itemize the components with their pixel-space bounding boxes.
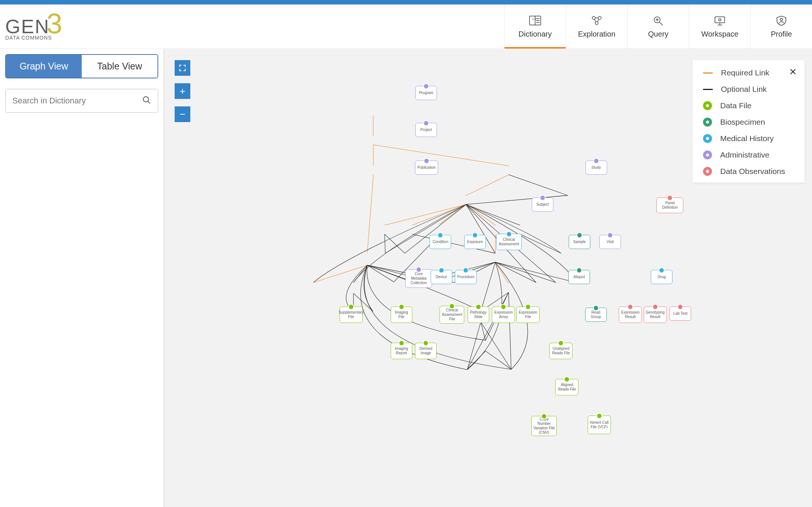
node-expr_result[interactable]: Expression Result (619, 307, 642, 323)
node-supp_file[interactable]: Supplementary File (340, 307, 363, 323)
node-read_group[interactable]: Read Group (585, 308, 607, 322)
node-label: Program (419, 91, 433, 95)
edge-aliquot-expr_result (495, 262, 536, 283)
graph-canvas[interactable]: + − Required Link Optional Link Data Fil… (164, 49, 812, 507)
category-icon (463, 267, 469, 273)
node-label: Drug (658, 275, 666, 279)
edge-sample-aliquot (495, 234, 496, 253)
dictionary-icon: A–Z (528, 15, 542, 26)
data_observations-icon (703, 167, 712, 176)
nav-query[interactable]: Query (627, 4, 689, 49)
node-condition[interactable]: Condition (430, 235, 451, 249)
category-icon (541, 413, 547, 419)
category-icon (423, 340, 429, 346)
svg-point-8 (595, 22, 598, 25)
node-visit[interactable]: Visit (599, 235, 621, 249)
node-program[interactable]: Program (415, 86, 437, 100)
edge-aligned-cnv (467, 351, 485, 370)
node-device[interactable]: Device (431, 270, 452, 284)
node-procedure[interactable]: Procedure (455, 270, 477, 284)
node-imaging_report[interactable]: Imaging Report (391, 343, 412, 359)
edge-visit-drug (520, 234, 561, 253)
fullscreen-button[interactable] (175, 60, 190, 76)
category-icon (449, 303, 455, 309)
logo[interactable]: GEN 3 DATA COMMONS (5, 12, 62, 41)
node-expr_array[interactable]: Expression Array (492, 307, 515, 323)
zoom-controls: + − (175, 60, 190, 122)
legend-label: Administrative (720, 150, 769, 159)
node-exposure[interactable]: Exposure (464, 235, 486, 249)
logo-text: GEN (5, 15, 50, 38)
edge-publication-core_meta (367, 175, 374, 253)
edge-aligned-vcf (485, 351, 511, 369)
legend-medical_history: Medical History (703, 134, 794, 143)
nav-exploration[interactable]: Exploration (566, 4, 627, 49)
node-derived_image[interactable]: Derived Image (415, 343, 437, 359)
node-geno_result[interactable]: Genotyping Result (644, 307, 667, 323)
nav-dictionary[interactable]: A–ZDictionary (504, 4, 566, 49)
top-accent-bar (0, 0, 812, 4)
node-path_slide[interactable]: Pathology Slide (468, 307, 489, 323)
node-label: Read Group (587, 310, 605, 319)
nav-profile[interactable]: Profile (750, 4, 812, 49)
edge-project-publication (373, 145, 374, 166)
close-icon[interactable] (789, 68, 797, 77)
node-sample[interactable]: Sample (569, 235, 590, 249)
node-clin_assess_file[interactable]: Clinical Assessment File (440, 306, 464, 324)
node-publication[interactable]: Publication (415, 161, 438, 175)
node-panel_def[interactable]: Panel Definition (656, 197, 683, 213)
node-label: Aliquot (574, 275, 585, 279)
search-box[interactable] (5, 89, 158, 113)
legend-data_file: Data File (703, 101, 794, 110)
node-label: Derived Image (417, 346, 435, 355)
edge-core_meta-clin_assess_file (367, 265, 394, 282)
node-lab_test[interactable]: Lab Test (669, 307, 691, 321)
node-core_meta[interactable]: Core Metadata Collection (405, 269, 432, 288)
node-label: Exposure (467, 240, 483, 244)
node-label: Publication (417, 165, 435, 170)
nav-workspace[interactable]: Workspace (689, 4, 750, 49)
edge-aliquot-unaligned (481, 262, 495, 311)
edge-subject-device (385, 205, 466, 254)
node-label: Expression File (518, 310, 538, 319)
search-input[interactable] (12, 96, 137, 106)
node-label: Device (435, 275, 447, 279)
logo-three: 3 (47, 12, 62, 35)
node-drug[interactable]: Drug (651, 270, 672, 284)
node-expr_file[interactable]: Expression File (516, 307, 540, 323)
node-unaligned[interactable]: Unaligned Reads File (549, 343, 572, 359)
node-cnv[interactable]: Copy Number Variation File (CNV) (531, 416, 557, 436)
legend-required-label: Required Link (721, 68, 769, 77)
query-icon (652, 15, 665, 26)
legend-label: Data File (720, 101, 752, 110)
node-label: Sample (573, 240, 586, 244)
medical_history-icon (703, 134, 712, 143)
node-project[interactable]: Project (415, 123, 437, 137)
node-label: Copy Number Variation File (CNV) (533, 417, 555, 435)
category-icon (659, 267, 665, 273)
header: GEN 3 DATA COMMONS A–ZDictionaryExplorat… (0, 4, 812, 49)
category-icon (525, 304, 531, 310)
category-icon (564, 376, 570, 382)
node-clin_assess[interactable]: Clinical Assessment (496, 234, 522, 250)
node-label: Pathology Slide (469, 310, 487, 319)
legend-label: Medical History (720, 134, 774, 143)
node-label: Core Metadata Collection (407, 272, 430, 285)
node-aligned[interactable]: Aligned Reads File (555, 379, 578, 395)
category-icon (475, 304, 481, 310)
svg-point-23 (706, 121, 709, 124)
category-icon (506, 231, 512, 237)
edge-core_meta-supp_file (313, 265, 367, 283)
graph-view-button[interactable]: Graph View (6, 55, 82, 78)
node-label: Unaligned Reads File (551, 346, 571, 355)
node-imaging_file[interactable]: Imaging File (391, 307, 412, 323)
node-vcf[interactable]: Variant Call File (VCF) (588, 416, 611, 434)
node-subject[interactable]: Subject (532, 197, 553, 212)
zoom-in-button[interactable]: + (175, 83, 190, 99)
zoom-out-button[interactable]: − (175, 106, 190, 122)
node-label: Procedure (457, 275, 474, 279)
table-view-button[interactable]: Table View (82, 55, 157, 78)
node-study[interactable]: Study (585, 161, 607, 175)
node-aliquot[interactable]: Aliquot (568, 270, 590, 284)
category-icon (348, 304, 354, 310)
